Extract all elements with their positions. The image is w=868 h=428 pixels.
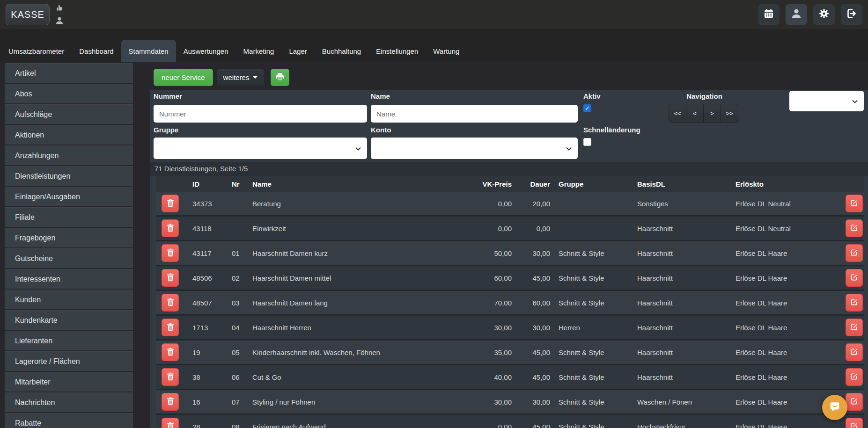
sidebar-item-fragebogen[interactable]: Fragebogen — [5, 228, 133, 247]
edit-row-button[interactable] — [846, 195, 863, 212]
cell-erloeskto: Erlöse DL Haare — [736, 398, 836, 406]
delete-row-button[interactable] — [162, 393, 179, 411]
sidebar-item-rabatte[interactable]: Rabatte — [5, 413, 133, 428]
edit-row-button[interactable] — [846, 219, 863, 237]
edit-row-button[interactable] — [846, 244, 863, 262]
cell-vk-preis: 40,00 — [457, 373, 513, 381]
sidebar-item-abos[interactable]: Abos — [5, 84, 133, 103]
cell-vk-preis: 60,00 — [457, 274, 513, 282]
edit-row-button[interactable] — [846, 319, 863, 336]
cell-dauer: 45,00 — [513, 348, 551, 356]
tab-dashboard[interactable]: Dashboard — [72, 40, 121, 62]
cell-id: 43118 — [192, 225, 232, 232]
sidebar-item-einlagen-ausgaben[interactable]: Einlagen/Ausgaben — [5, 187, 133, 206]
trash-icon — [167, 298, 174, 308]
aktiv-checkbox[interactable]: ✓ — [583, 104, 591, 112]
edit-row-button[interactable] — [846, 418, 863, 428]
tab-lager[interactable]: Lager — [281, 40, 314, 62]
table-row: 43118 Einwirkzeit 0,00 0,00 Haarschnitt … — [156, 217, 864, 241]
tab-stammdaten[interactable]: Stammdaten — [121, 40, 176, 62]
sidebar-item-gutscheine[interactable]: Gutscheine — [5, 248, 133, 268]
tab-marketing[interactable]: Marketing — [236, 40, 282, 62]
prev-page-button[interactable]: < — [686, 104, 704, 123]
edit-row-button[interactable] — [846, 343, 863, 361]
page-select[interactable] — [789, 91, 864, 111]
edit-row-button[interactable] — [846, 269, 863, 287]
col-vk-preis: VK-Preis — [457, 180, 513, 188]
tab-umsatzbarometer[interactable]: Umsatzbarometer — [1, 40, 72, 62]
sidebar-item-kunden[interactable]: Kunden — [5, 290, 133, 309]
trash-icon — [167, 372, 174, 382]
delete-row-button[interactable] — [162, 294, 179, 312]
sidebar-item-anzahlungen[interactable]: Anzahlungen — [5, 145, 133, 165]
settings-button[interactable] — [813, 4, 835, 25]
app-logo[interactable]: KASSE — [6, 4, 50, 25]
cell-name: Cut & Go — [252, 373, 457, 381]
delete-row-button[interactable] — [162, 343, 179, 361]
cell-nr: 08 — [232, 423, 252, 428]
tab-buchhaltung[interactable]: Buchhaltung — [315, 40, 368, 62]
chat-launcher-button[interactable] — [822, 395, 847, 420]
sidebar-item-kundenkarte[interactable]: Kundenkarte — [5, 310, 133, 330]
cell-gruppe: Schnitt & Style — [551, 423, 637, 428]
calendar-button[interactable] — [758, 4, 780, 25]
edit-row-button[interactable] — [846, 368, 863, 386]
more-dropdown-button[interactable]: weiteres — [216, 69, 265, 86]
cell-nr: 06 — [232, 373, 252, 381]
schnellaenderung-checkbox[interactable] — [583, 138, 591, 146]
print-button[interactable] — [271, 69, 289, 86]
delete-row-button[interactable] — [162, 244, 179, 262]
next-page-button[interactable]: > — [703, 104, 721, 123]
gruppe-select[interactable] — [154, 138, 367, 159]
delete-row-button[interactable] — [162, 195, 179, 212]
sidebar-item-lieferanten[interactable]: Lieferanten — [5, 331, 133, 350]
delete-row-button[interactable] — [162, 269, 179, 287]
cell-dauer: 30,00 — [513, 249, 551, 257]
delete-row-button[interactable] — [162, 219, 179, 237]
sidebar-item-nachrichten[interactable]: Nachrichten — [5, 392, 133, 412]
hand-pointer-icon — [55, 4, 64, 15]
filter-page-select — [789, 91, 864, 111]
edit-row-button[interactable] — [846, 294, 863, 312]
tab-auswertungen[interactable]: Auswertungen — [176, 40, 236, 62]
sidebar-item-lagerorte-flächen[interactable]: Lagerorte / Flächen — [5, 351, 133, 371]
sidebar-item-filiale[interactable]: Filiale — [5, 207, 133, 227]
sidebar-item-aufschläge[interactable]: Aufschläge — [5, 104, 133, 124]
cell-name: Einwirkzeit — [252, 225, 457, 232]
new-service-button[interactable]: neuer Service — [154, 69, 213, 86]
sidebar-item-aktionen[interactable]: Aktionen — [5, 125, 133, 145]
cell-erloeskto: Erlöse DL Haare — [736, 348, 836, 356]
cell-erloeskto: Erlöse DL Haare — [736, 274, 836, 282]
sidebar-item-interessenten[interactable]: Interessenten — [5, 269, 133, 289]
tab-einstellungen[interactable]: Einstellungen — [368, 40, 426, 62]
delete-row-button[interactable] — [162, 418, 179, 428]
cell-basisdl: Waschen / Fönen — [637, 398, 736, 406]
cell-gruppe: Schnitt & Style — [551, 398, 637, 406]
cell-nr: 05 — [232, 348, 252, 356]
tab-wartung[interactable]: Wartung — [426, 40, 467, 62]
sidebar-item-artikel[interactable]: Artikel — [5, 63, 133, 83]
cell-basisdl: Hochsteckfrisur — [637, 423, 736, 428]
edit-row-button[interactable] — [846, 393, 863, 411]
delete-row-button[interactable] — [162, 319, 179, 336]
table-body: 34373 Beratung 0,00 20,00 Sonstiges Erlö… — [156, 192, 864, 428]
konto-select[interactable] — [371, 138, 578, 159]
last-page-button[interactable]: >> — [721, 104, 738, 123]
sidebar-item-mitarbeiter[interactable]: Mitarbeiter — [5, 372, 133, 392]
result-count: 71 Dienstleistungen, Seite 1/5 — [150, 162, 868, 176]
logout-button[interactable] — [840, 4, 863, 25]
cell-erloeskto: Erlöse DL Haare — [736, 423, 836, 428]
sidebar-item-dienstleistungen[interactable]: Dienstleistungen — [5, 166, 133, 186]
delete-row-button[interactable] — [162, 368, 179, 386]
edit-icon — [850, 422, 858, 428]
col-basisdl: BasisDL — [637, 180, 736, 188]
nummer-input[interactable] — [154, 105, 367, 123]
user-button[interactable] — [785, 4, 808, 25]
konto-label: Konto — [371, 126, 578, 134]
edit-icon — [850, 372, 858, 382]
trash-icon — [167, 422, 174, 428]
table-row: 1713 04 Haarschnitt Herren 30,00 30,00 H… — [156, 316, 864, 341]
cell-gruppe: Schnitt & Style — [551, 373, 637, 381]
name-input[interactable] — [371, 105, 578, 123]
first-page-button[interactable]: << — [669, 104, 686, 123]
